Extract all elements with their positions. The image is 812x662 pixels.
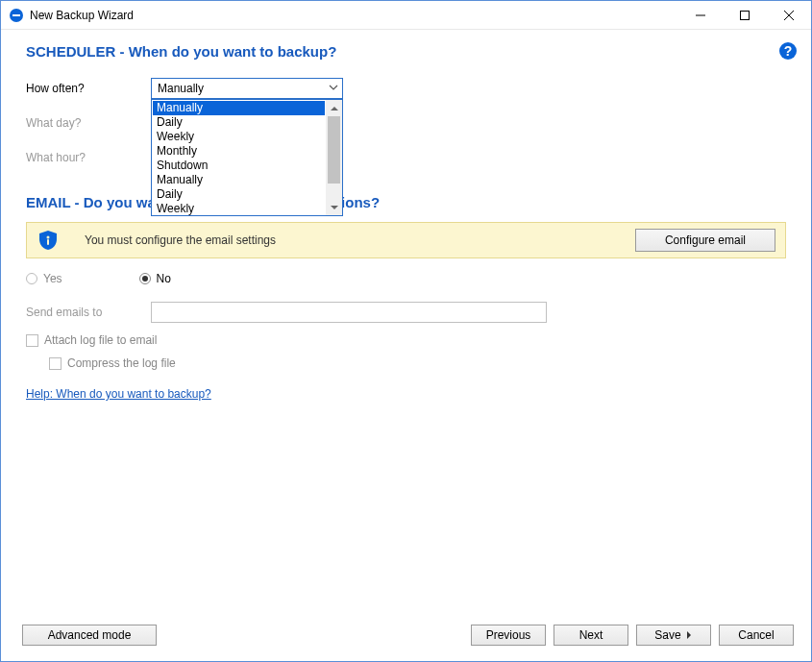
footer: Advanced mode Previous Next Save Cancel (1, 621, 811, 661)
dropdown-scrollbar[interactable] (326, 100, 342, 215)
window-title: New Backup Wizard (30, 9, 678, 22)
scroll-track[interactable] (326, 116, 342, 199)
dropdown-item[interactable]: Daily (153, 187, 325, 202)
svg-point-8 (47, 236, 50, 239)
advanced-mode-button[interactable]: Advanced mode (22, 625, 157, 646)
how-often-label: How often? (26, 82, 151, 95)
dropdown-item[interactable]: Weekly (153, 202, 325, 215)
send-to-input[interactable] (151, 302, 547, 323)
checkbox-icon (26, 334, 38, 347)
email-yes-radio[interactable]: Yes (26, 272, 62, 285)
scroll-down-icon[interactable] (326, 199, 342, 215)
svg-rect-3 (741, 11, 750, 19)
how-often-dropdown: Manually Daily Weekly Monthly Shutdown M… (151, 99, 343, 216)
what-day-label: What day? (26, 116, 151, 130)
email-no-radio[interactable]: No (139, 272, 171, 285)
what-hour-label: What hour? (26, 151, 151, 164)
dropdown-item[interactable]: Daily (153, 115, 325, 130)
chevron-right-icon (685, 631, 693, 639)
shield-icon (37, 229, 60, 252)
save-label: Save (654, 628, 680, 642)
scheduler-heading: SCHEDULER - When do you want to backup? (26, 43, 786, 60)
next-button[interactable]: Next (554, 625, 628, 646)
close-button[interactable] (767, 1, 811, 29)
minimize-button[interactable] (678, 1, 723, 29)
svg-rect-9 (47, 239, 49, 245)
radio-label: Yes (43, 272, 62, 285)
attach-log-checkbox[interactable]: Attach log file to email (26, 333, 786, 347)
app-icon (9, 8, 24, 23)
checkbox-label: Attach log file to email (44, 333, 157, 347)
dropdown-item[interactable]: Monthly (153, 144, 325, 159)
cancel-button[interactable]: Cancel (719, 625, 794, 646)
how-often-combo[interactable]: Manually Manually Daily Weekly Monthly S… (151, 78, 343, 99)
scroll-up-icon[interactable] (326, 100, 342, 116)
checkbox-icon (49, 357, 62, 370)
scroll-thumb[interactable] (328, 116, 340, 184)
chevron-down-icon (329, 82, 338, 95)
titlebar: New Backup Wizard (1, 1, 811, 30)
save-button[interactable]: Save (636, 625, 711, 646)
radio-label: No (157, 272, 171, 285)
previous-button[interactable]: Previous (471, 625, 546, 646)
dropdown-item[interactable]: Manually (153, 101, 325, 115)
configure-email-button[interactable]: Configure email (635, 229, 775, 252)
compress-log-checkbox[interactable]: Compress the log file (49, 356, 786, 370)
banner-message: You must configure the email settings (85, 233, 610, 247)
help-link[interactable]: Help: When do you want to backup? (26, 387, 211, 401)
dropdown-item[interactable]: Manually (153, 173, 325, 187)
maximize-button[interactable] (723, 1, 767, 29)
svg-text:?: ? (784, 43, 793, 59)
email-config-banner: You must configure the email settings Co… (26, 222, 786, 258)
how-often-selected: Manually (158, 82, 204, 95)
send-to-label: Send emails to (26, 306, 151, 319)
help-icon[interactable]: ? (778, 41, 798, 61)
dropdown-item[interactable]: Shutdown (153, 159, 325, 173)
email-heading: EMAIL - Do you want to receive email not… (26, 194, 786, 210)
radio-icon (139, 273, 151, 284)
dropdown-list: Manually Daily Weekly Monthly Shutdown M… (152, 100, 326, 215)
svg-rect-1 (12, 14, 20, 16)
radio-icon (26, 273, 37, 284)
checkbox-label: Compress the log file (67, 356, 176, 370)
dropdown-item[interactable]: Weekly (153, 130, 325, 144)
